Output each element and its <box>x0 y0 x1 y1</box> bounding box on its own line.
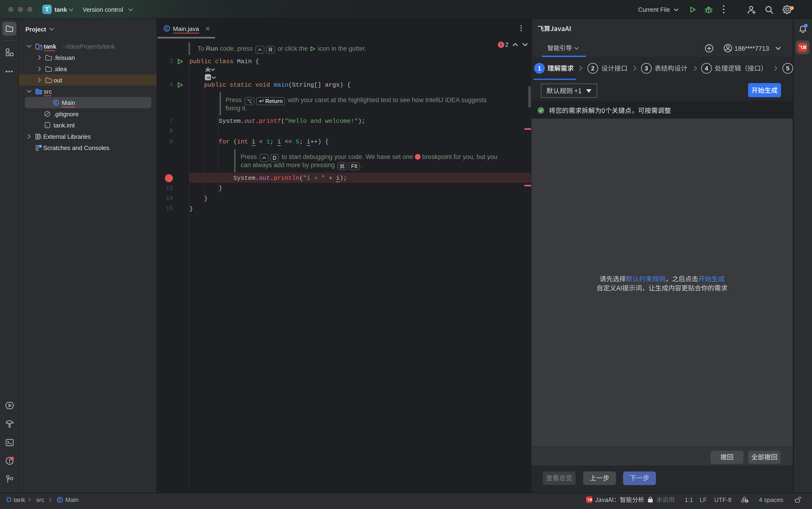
svg-text:C: C <box>55 100 58 105</box>
svg-text:C: C <box>59 498 62 502</box>
svg-text:C: C <box>165 26 168 31</box>
